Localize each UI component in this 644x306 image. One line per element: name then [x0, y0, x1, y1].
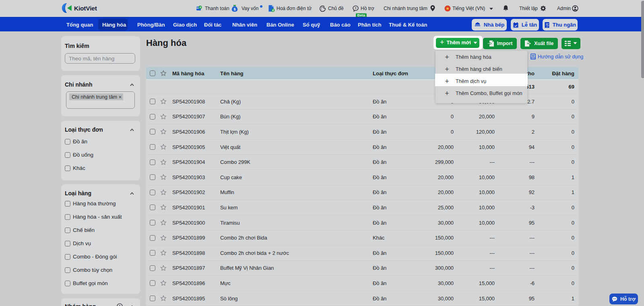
svg-text:?: ?: [355, 6, 357, 10]
svg-text:đ: đ: [200, 6, 201, 8]
svg-text:đ: đ: [272, 9, 274, 12]
svg-text:$: $: [233, 7, 235, 11]
